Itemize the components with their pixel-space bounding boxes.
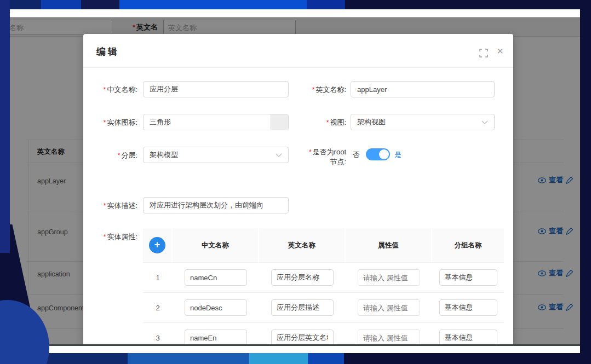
attr-row: 3 [143,323,504,344]
attr-group-input[interactable] [439,269,497,286]
decor-band [10,0,41,9]
layer-label: *分层: [91,151,137,160]
entity-attrs-label: *实体属性: [91,232,137,242]
attribute-table: + 中文名称 英文名称 属性值 分组名称 1 2 [143,228,504,344]
entity-desc-input[interactable] [143,197,289,213]
entity-icon-input[interactable]: 三角形 [143,114,289,130]
modal-header: 编辑 × [83,34,513,68]
col-header-attr-value: 属性值 [346,228,432,262]
chevron-down-icon [276,153,282,158]
entity-icon-label: *实体图标: [91,118,137,128]
attr-value-input[interactable] [358,330,420,344]
decor-band [81,0,119,9]
attr-value-input[interactable] [358,269,420,286]
attr-value-input[interactable] [358,299,420,316]
col-header-name-en: 英文名称 [259,228,346,262]
toggle-knob [379,149,389,159]
attr-name-cn-input[interactable] [185,299,247,316]
attr-group-input[interactable] [439,299,497,316]
col-header-name-cn: 中文名称 [173,228,259,262]
entity-desc-label: *实体描述: [91,201,137,211]
view-label: *视图: [300,118,346,128]
decor-band [119,0,307,9]
edit-modal: 编辑 × *中文名称: *英文名称: *实体图标: 三角形 *视图: 架构视图 [83,34,513,344]
attr-group-input[interactable] [439,330,497,344]
attr-name-en-input[interactable] [271,299,334,316]
row-index: 3 [156,334,159,342]
decor-bottom-band [308,353,344,364]
layer-select[interactable]: 架构模型 [143,147,289,163]
required-asterisk: * [312,86,315,94]
attr-name-en-input[interactable] [271,269,334,286]
layer-select-value: 架构模型 [150,151,178,159]
required-asterisk: * [104,119,106,126]
row-index: 2 [156,304,159,312]
required-asterisk: * [104,202,106,210]
name-cn-input[interactable] [143,81,289,97]
decor-left-strip [0,0,10,253]
chevron-down-icon [481,120,488,125]
toggle-on-text: 是 [394,150,401,160]
row-index: 1 [156,274,159,282]
name-cn-label: *中文名称: [91,85,137,95]
app-window: *英文名 英文名称 appLayer appGroup application … [10,9,580,353]
toggle-off-text: 否 [353,150,360,160]
view-select-value: 架构视图 [357,118,386,126]
attr-row: 2 [143,293,504,323]
name-en-input[interactable] [351,81,495,97]
is-root-toggle[interactable] [366,148,390,160]
screen: *英文名 英文名称 appLayer appGroup application … [0,0,591,364]
required-asterisk: * [326,119,329,126]
required-asterisk: * [118,152,121,159]
attr-name-en-input[interactable] [271,330,334,344]
is-root-label: *是否为root节点: [302,147,346,166]
required-asterisk: * [309,148,312,156]
fullscreen-icon[interactable] [479,49,488,57]
modal-title: 编辑 [96,45,119,58]
decor-bottom-band [128,353,249,364]
add-attr-cell: + [143,228,173,262]
required-asterisk: * [104,233,106,241]
view-select[interactable]: 架构视图 [351,114,495,130]
attr-name-cn-input[interactable] [185,330,247,344]
required-asterisk: * [104,86,106,94]
name-en-label: *英文名称: [300,85,346,95]
icon-picker-addon[interactable] [271,114,288,130]
close-icon[interactable]: × [494,44,506,57]
attr-name-cn-input[interactable] [185,269,247,286]
entity-icon-value: 三角形 [150,114,171,130]
attribute-table-header: + 中文名称 英文名称 属性值 分组名称 [143,228,504,263]
screenshot-bottom-strip [10,346,580,353]
decor-band [307,0,345,9]
decor-band [41,0,81,9]
decor-bottom-band [249,353,308,364]
add-attribute-button[interactable]: + [149,237,165,253]
col-header-group: 分组名称 [432,228,504,262]
attr-row: 1 [143,263,504,293]
